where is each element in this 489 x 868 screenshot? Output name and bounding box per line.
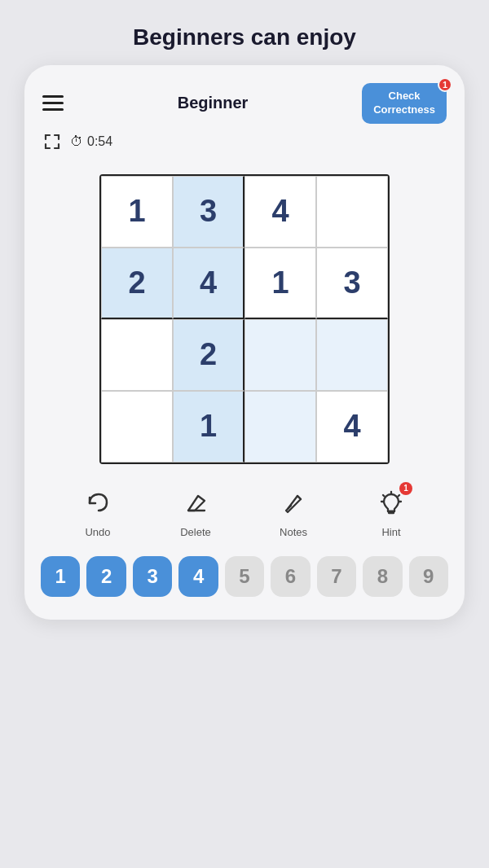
phone-card: Beginner Check Correctness 1 ⏱ 0:54 1342…: [24, 65, 465, 620]
numpad-btn-9: 9: [409, 556, 448, 597]
cell-2-0[interactable]: [101, 319, 173, 391]
svg-line-8: [399, 495, 400, 497]
pencil-icon: [275, 485, 311, 521]
sudoku-grid-wrap: 1342413214: [24, 160, 465, 479]
numpad-btn-6: 6: [271, 556, 310, 597]
numpad-btn-2[interactable]: 2: [86, 556, 126, 597]
numpad-btn-1[interactable]: 1: [41, 556, 80, 597]
hint-badge: 1: [399, 482, 412, 495]
page-title: Beginners can enjoy: [133, 24, 356, 50]
cell-3-2[interactable]: [244, 391, 316, 462]
cell-2-2[interactable]: [244, 319, 316, 391]
difficulty-label: Beginner: [178, 94, 249, 112]
numpad-btn-4[interactable]: 4: [178, 556, 218, 597]
tool-undo[interactable]: Undo: [73, 485, 122, 538]
clock-icon: ⏱: [70, 134, 83, 149]
cell-3-3[interactable]: 4: [316, 391, 388, 462]
bottom-toolbar: Undo Delete Notes 1Hint: [24, 479, 465, 550]
cell-0-1[interactable]: 3: [173, 176, 244, 248]
numpad-btn-3[interactable]: 3: [133, 556, 172, 597]
numpad: 123456789: [24, 550, 465, 597]
tool-delete[interactable]: Delete: [171, 485, 220, 538]
top-bar: Beginner Check Correctness 1: [24, 65, 465, 132]
tool-label-undo: Undo: [85, 526, 110, 538]
sub-bar: ⏱ 0:54: [24, 132, 465, 160]
cell-0-2[interactable]: 4: [244, 176, 316, 248]
tool-label-notes: Notes: [280, 526, 307, 538]
undo-icon: [80, 485, 116, 521]
menu-icon[interactable]: [42, 95, 64, 111]
check-correctness-button[interactable]: Check Correctness: [362, 83, 447, 124]
cell-2-3[interactable]: [316, 319, 388, 391]
numpad-btn-8: 8: [363, 556, 402, 597]
cell-0-3[interactable]: [316, 176, 388, 248]
check-badge: 1: [438, 77, 452, 92]
eraser-icon: [178, 485, 214, 521]
svg-marker-0: [188, 496, 205, 511]
expand-icon[interactable]: [42, 132, 62, 151]
cell-0-0[interactable]: 1: [101, 176, 173, 248]
timer-display: ⏱ 0:54: [70, 134, 112, 149]
cell-1-0[interactable]: 2: [101, 248, 173, 319]
svg-line-7: [383, 495, 385, 497]
svg-line-2: [297, 496, 301, 499]
tool-label-hint: Hint: [381, 526, 400, 538]
tool-hint[interactable]: 1Hint: [367, 485, 416, 538]
numpad-btn-5: 5: [225, 556, 264, 597]
cell-3-0[interactable]: [101, 391, 173, 462]
sudoku-grid: 1342413214: [99, 174, 390, 464]
tool-notes[interactable]: Notes: [269, 485, 318, 538]
numpad-btn-7: 7: [317, 556, 356, 597]
check-btn-wrap: Check Correctness 1: [362, 83, 447, 124]
cell-1-1[interactable]: 4: [173, 248, 244, 319]
cell-1-2[interactable]: 1: [244, 248, 316, 319]
timer-value: 0:54: [87, 134, 112, 149]
cell-1-3[interactable]: 3: [316, 248, 388, 319]
tool-label-delete: Delete: [180, 526, 211, 538]
cell-3-1[interactable]: 1: [173, 391, 244, 462]
lightbulb-icon: 1: [373, 485, 409, 521]
cell-2-1[interactable]: 2: [173, 319, 244, 391]
